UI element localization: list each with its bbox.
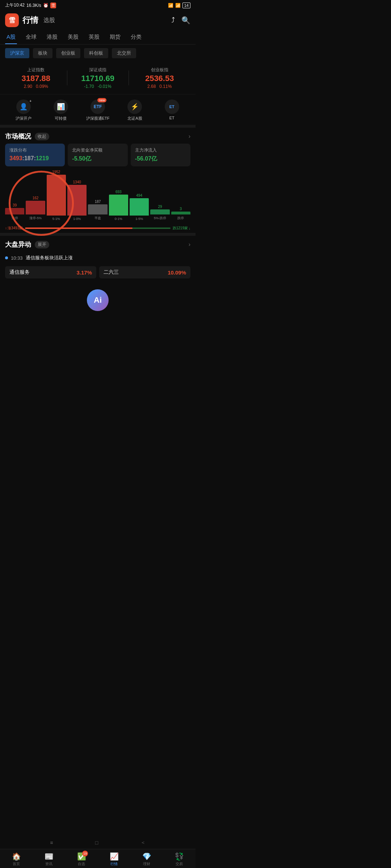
- subtab-star[interactable]: 科创板: [84, 48, 108, 58]
- bar-zhangting[interactable]: 39 涨停: [5, 170, 24, 221]
- subtab-shanghai[interactable]: 沪深京: [5, 48, 29, 58]
- status-left: 上午10:42 16.3K/s ⏰ 雪: [5, 2, 56, 8]
- qa-convertible-label: 可转债: [55, 116, 67, 121]
- bar-15[interactable]: 494 1-5%: [130, 170, 149, 221]
- bar-z5-label: 涨停-5%: [29, 216, 42, 221]
- subtab-block[interactable]: 板块: [33, 48, 52, 58]
- card-northbound-title: 北向资金净买额: [72, 147, 123, 153]
- logo-text: 雪: [9, 16, 15, 25]
- movement-expand-btn[interactable]: 展开: [35, 241, 49, 248]
- share-icon[interactable]: ⤴: [171, 16, 175, 25]
- tab-a-shares[interactable]: A股: [5, 30, 17, 44]
- bar-zhangting-bar: [5, 208, 24, 214]
- qa-convertible[interactable]: 📊 可转债: [42, 99, 79, 121]
- tab-uk[interactable]: 英股: [87, 30, 101, 44]
- bar-z5[interactable]: 162 涨停-5%: [26, 170, 45, 221]
- market-section-header: 市场概况 收起 ›: [0, 128, 196, 144]
- bar-dieting[interactable]: 3 跌停: [171, 170, 190, 221]
- bar-d5-bar: [150, 209, 169, 214]
- qa-open-account-icon: 👤+: [16, 99, 31, 114]
- subtab-bse[interactable]: 北交所: [112, 48, 136, 58]
- movement-section-header: 大盘异动 展开 ›: [0, 236, 196, 252]
- card-northbound-value: -5.50亿: [72, 155, 123, 163]
- qa-open-account[interactable]: 👤+ 沪深开户: [5, 99, 42, 121]
- card-northbound[interactable]: 北向资金净买额 -5.50亿: [68, 144, 127, 166]
- bar-51[interactable]: 1952 5-1%: [47, 170, 66, 221]
- bar-15-bar: [130, 198, 149, 216]
- news-item-1[interactable]: 10:33 通信服务板块活跃上涨: [5, 252, 190, 264]
- index-shanghai-value: 3187.88: [5, 74, 67, 83]
- status-time: 上午10:42: [5, 2, 25, 8]
- card-mainforce[interactable]: 主力净流入 -56.07亿: [131, 144, 190, 166]
- tab-global[interactable]: 全球: [24, 30, 38, 44]
- qa-et-icon: ET: [165, 99, 179, 114]
- card-distribution[interactable]: 涨跌分布 3493:187:1219: [5, 144, 65, 166]
- index-shanghai[interactable]: 上证指数 3187.88 2.90 0.09%: [5, 65, 67, 90]
- index-shenzhen-change: -1.70 -0.01%: [67, 84, 129, 89]
- app-logo: 雪: [5, 13, 19, 27]
- tab-hk[interactable]: 港股: [45, 30, 59, 44]
- bar-zhangting-value: 39: [13, 203, 17, 207]
- bar-10-label: 1-0%: [73, 217, 81, 221]
- search-icon[interactable]: 🔍: [181, 16, 190, 25]
- bar-10[interactable]: 1340 1-0%: [67, 170, 87, 221]
- bar-d5-label: 5%-跌停: [154, 216, 166, 221]
- qa-etf-icon: ETF new: [91, 99, 105, 114]
- index-shanghai-name: 上证指数: [5, 67, 67, 73]
- bar-chart: 39 涨停 162 涨停-5% 1952 5-1% 1340 1-0%: [5, 170, 190, 221]
- signal-icon: 📶: [168, 3, 173, 8]
- bar-d5[interactable]: 29 5%-跌停: [150, 170, 169, 221]
- qa-et[interactable]: ET ET: [154, 99, 190, 121]
- movement-section-title: 大盘异动: [5, 240, 31, 249]
- market-collapse-btn[interactable]: 收起: [35, 133, 49, 140]
- subtab-gem[interactable]: 创业板: [56, 48, 80, 58]
- quick-access: 👤+ 沪深开户 📊 可转债 ETF new 沪深股通ETF ⚡ 北证A股 ET …: [0, 94, 196, 125]
- bar-15-label: 1-5%: [135, 217, 143, 221]
- battery-icon: 14: [182, 3, 190, 8]
- bar-z5-value: 162: [33, 196, 39, 200]
- market-section-arrow: ›: [189, 133, 190, 140]
- stock-name-tongxin: 通信服务: [9, 269, 30, 276]
- news-time: 10:33: [11, 255, 23, 261]
- bar-z5-bar: [26, 201, 45, 214]
- divider-2: [0, 233, 196, 236]
- qa-etf[interactable]: ETF new 沪深股通ETF: [79, 99, 116, 121]
- tab-us[interactable]: 美股: [66, 30, 80, 44]
- news-text: 通信服务板块活跃上涨: [26, 255, 73, 261]
- movement-section-arrow: ›: [189, 241, 190, 248]
- bar-51-label: 5-1%: [52, 217, 60, 221]
- index-gem-value: 2536.53: [129, 74, 190, 83]
- news-section: 10:33 通信服务板块活跃上涨: [0, 252, 196, 264]
- stock-pct-263: 10.09%: [168, 269, 186, 276]
- card-distribution-value: 3493:187:1219: [9, 155, 60, 162]
- index-section: 上证指数 3187.88 2.90 0.09% 深证成指 11710.69 -1…: [0, 62, 196, 94]
- stock-card-tongxin[interactable]: 通信服务 3.17%: [5, 266, 96, 278]
- qa-bse[interactable]: ⚡ 北证A股: [116, 99, 153, 121]
- bar-d5-value: 29: [158, 205, 162, 209]
- index-gem-change: 2.68 0.11%: [129, 84, 190, 89]
- card-distribution-title: 涨跌分布: [9, 147, 60, 153]
- bar-zhangting-label: 涨停: [12, 216, 18, 221]
- bar-01[interactable]: 693 0-1%: [109, 170, 128, 221]
- index-shenzhen-value: 11710.69: [67, 74, 129, 83]
- ai-label: Ai: [94, 295, 102, 305]
- qa-et-label: ET: [169, 116, 175, 120]
- sub-tabs: 沪深京 板块 创业板 科创板 北交所: [0, 44, 196, 62]
- status-app: 雪: [50, 3, 56, 8]
- status-right: 📶 📶 14: [168, 3, 190, 8]
- stock-card-263[interactable]: 二六三 10.09%: [99, 266, 190, 278]
- bar-dieting-value: 3: [180, 207, 182, 211]
- bar-flat[interactable]: 187 平盘: [88, 170, 107, 221]
- bar-chart-container: 39 涨停 162 涨停-5% 1952 5-1% 1340 1-0%: [0, 166, 196, 224]
- index-gem[interactable]: 创业板指 2536.53 2.68 0.11%: [129, 65, 190, 90]
- index-shenzhen-name: 深证成指: [67, 67, 129, 73]
- bar-15-value: 494: [136, 193, 142, 197]
- ai-badge[interactable]: Ai: [87, 289, 109, 311]
- qa-convertible-icon: 📊: [54, 99, 68, 114]
- index-shenzhen[interactable]: 深证成指 11710.69 -1.70 -0.01%: [67, 65, 129, 90]
- tab-futures[interactable]: 期货: [108, 30, 122, 44]
- tab-category[interactable]: 分类: [129, 30, 143, 44]
- bar-flat-value: 187: [95, 200, 101, 204]
- progress-track: [25, 227, 171, 229]
- stock-pct-tongxin: 3.17%: [76, 269, 92, 276]
